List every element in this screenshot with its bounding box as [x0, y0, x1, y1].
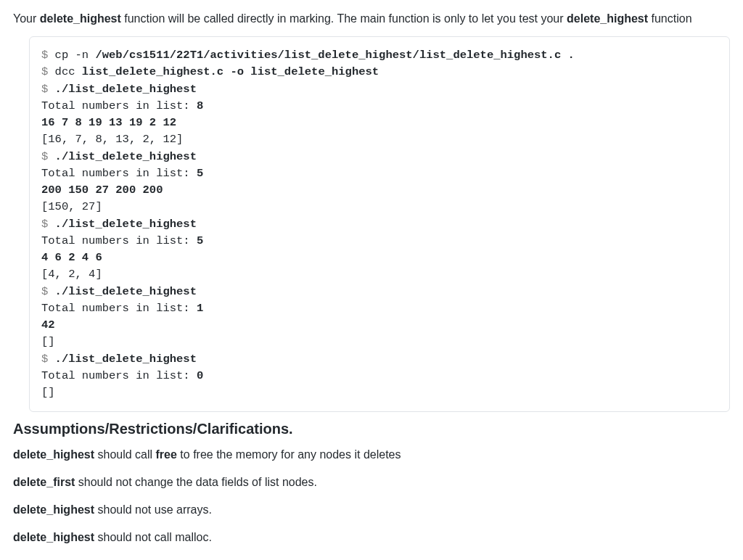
rule-bold: delete_highest — [13, 531, 94, 543]
output-line: 200 150 27 200 200 — [41, 184, 163, 197]
output-line: 16 7 8 19 13 19 2 12 — [41, 116, 176, 129]
intro-suffix: function — [648, 12, 691, 25]
cmd-bold: ./list_delete_highest — [55, 353, 197, 366]
rule-line: delete_highest should call free to free … — [13, 446, 730, 464]
intro-prefix: Your — [13, 12, 40, 25]
terminal-line: 4 6 2 4 6 — [41, 250, 718, 266]
terminal-line: Total numbers in list: 5 — [41, 233, 718, 250]
prompt-symbol: $ — [41, 49, 55, 62]
terminal-line: $ ./list_delete_highest — [41, 81, 718, 98]
output-value: 1 — [197, 302, 203, 315]
terminal-line: 200 150 27 200 200 — [41, 182, 718, 199]
output-line: [] — [41, 386, 55, 399]
prompt-symbol: $ — [41, 83, 55, 96]
intro-fn1: delete_highest — [40, 12, 121, 25]
rule-bold: delete_first — [13, 476, 75, 488]
terminal-line: [4, 2, 4] — [41, 266, 718, 283]
prompt-symbol: $ — [41, 285, 55, 298]
terminal-line: [] — [41, 334, 718, 350]
output-line: [150, 27] — [41, 200, 102, 213]
rule-text: should not change the data fields of lis… — [75, 476, 317, 488]
cmd-bold: ./list_delete_highest — [55, 150, 197, 163]
terminal-line: Total numbers in list: 0 — [41, 368, 718, 384]
prompt-symbol: $ — [41, 65, 55, 78]
output-line: [] — [41, 335, 55, 348]
terminal-line: $ ./list_delete_highest — [41, 351, 718, 368]
terminal-block: $ cp -n /web/cs1511/22T1/activities/list… — [29, 36, 730, 412]
output-label: Total numbers in list: — [41, 234, 197, 247]
terminal-line: 42 — [41, 317, 718, 334]
terminal-line: $ ./list_delete_highest — [41, 149, 718, 165]
terminal-line: $ ./list_delete_highest — [41, 216, 718, 233]
output-value: 5 — [197, 234, 203, 247]
cmd-bold: /web/cs1511/22T1/activities/list_delete_… — [95, 49, 574, 62]
rule-bold: delete_highest — [13, 448, 94, 461]
prompt-symbol: $ — [41, 353, 55, 366]
intro-paragraph: Your delete_highest function will be cal… — [13, 10, 730, 28]
rule-line: delete_highest should not use arrays. — [13, 501, 730, 519]
cmd-text: cp -n — [55, 49, 96, 62]
terminal-line: [150, 27] — [41, 199, 718, 215]
output-value: 5 — [197, 167, 203, 180]
output-value: 0 — [197, 369, 203, 382]
rule-line: delete_highest should not call malloc. — [13, 529, 730, 546]
cmd-text: dcc — [55, 65, 82, 78]
rule-bold: delete_highest — [13, 503, 94, 516]
output-value: 8 — [197, 99, 203, 112]
terminal-line: $ cp -n /web/cs1511/22T1/activities/list… — [41, 47, 718, 64]
rule-text: should call — [94, 448, 156, 461]
cmd-bold: ./list_delete_highest — [55, 218, 197, 231]
output-label: Total numbers in list: — [41, 302, 197, 315]
prompt-symbol: $ — [41, 218, 55, 231]
cmd-bold: list_delete_highest.c -o list_delete_hig… — [82, 65, 379, 78]
terminal-line: Total numbers in list: 1 — [41, 300, 718, 317]
terminal-line: 16 7 8 19 13 19 2 12 — [41, 115, 718, 131]
intro-mid: function will be called directly in mark… — [121, 12, 567, 25]
intro-fn2: delete_highest — [567, 12, 648, 25]
output-line: 42 — [41, 318, 55, 332]
output-label: Total numbers in list: — [41, 99, 197, 112]
output-line: 4 6 2 4 6 — [41, 251, 102, 264]
cmd-bold: ./list_delete_highest — [55, 285, 197, 298]
output-line: [4, 2, 4] — [41, 268, 102, 281]
terminal-line: [16, 7, 8, 13, 2, 12] — [41, 131, 718, 148]
terminal-line: [] — [41, 384, 718, 401]
rule-text: should not call malloc. — [94, 531, 212, 543]
terminal-line: Total numbers in list: 5 — [41, 165, 718, 182]
prompt-symbol: $ — [41, 150, 55, 163]
terminal-line: $ dcc list_delete_highest.c -o list_dele… — [41, 64, 718, 81]
terminal-line: Total numbers in list: 8 — [41, 98, 718, 115]
rule-text: should not use arrays. — [94, 503, 212, 516]
rule-text: to free the memory for any nodes it dele… — [177, 448, 401, 461]
output-line: [16, 7, 8, 13, 2, 12] — [41, 133, 183, 146]
output-label: Total numbers in list: — [41, 167, 197, 180]
assumptions-heading: Assumptions/Restrictions/Clarifications. — [13, 419, 730, 439]
rule-bold: free — [156, 448, 177, 461]
output-label: Total numbers in list: — [41, 369, 197, 382]
cmd-bold: ./list_delete_highest — [55, 83, 197, 96]
rules-container: delete_highest should call free to free … — [13, 446, 730, 546]
rule-line: delete_first should not change the data … — [13, 474, 730, 491]
terminal-line: $ ./list_delete_highest — [41, 284, 718, 300]
